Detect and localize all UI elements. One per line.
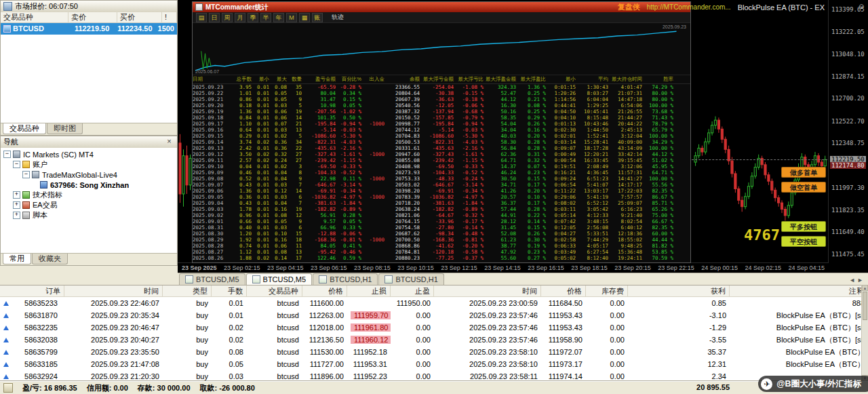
nav-item[interactable]: −TradeMaxGlobal-Live4 (1, 170, 177, 180)
expand-icon[interactable]: + (13, 201, 20, 209)
price-axis[interactable]: 113399.65113222.05113048.10112874.151127… (828, 0, 868, 263)
chart-tab-1[interactable]: BTCUSD,M5 (246, 273, 313, 285)
stats-row[interactable]: 2025.08.271.120.010.0813-95.42-0.46 %207… (193, 249, 690, 255)
orders-col-header[interactable]: 手数 (212, 285, 247, 296)
nav-item[interactable]: 637966: Song Xinzhan (1, 180, 177, 190)
stats-row[interactable]: 2025.09.180.840.010.0614101.350.50 %2015… (193, 115, 690, 121)
trade-button-1[interactable]: 做空首单 (781, 182, 826, 193)
orders-col-header[interactable]: 价格 (302, 285, 347, 296)
stats-row[interactable]: 2025.09.070.430.010.037-646.67-3.14 %205… (193, 182, 690, 188)
order-row[interactable]: 586318702025.09.23 20:35:34buy0.01btcusd… (0, 309, 868, 321)
nav-item[interactable]: +EA交易 (1, 200, 177, 210)
collapse-icon[interactable]: − (13, 161, 20, 168)
nav-item[interactable]: +脚本 (1, 210, 177, 220)
orders-col-header[interactable]: 获利 (628, 285, 730, 296)
stats-window-titlebar[interactable]: MTCommander统计 (193, 2, 690, 12)
stats-toolbar-icon[interactable]: 账 (312, 13, 323, 22)
stats-row[interactable]: 2025.09.020.960.010.081256.910.28 %20821… (193, 212, 690, 218)
stats-toolbar-icon[interactable]: 月 (235, 13, 245, 22)
navigator-tab-1[interactable]: 收藏夹 (32, 254, 68, 264)
nav-item[interactable]: +技术指标 (1, 190, 177, 200)
symbol-cell[interactable]: BTCUSD (1, 23, 66, 35)
stats-row[interactable]: 2025.09.100.040.010.023-69.50-0.33 %2040… (193, 163, 690, 170)
orders-col-header[interactable]: 止盈 (391, 285, 434, 296)
close-icon[interactable]: × (164, 137, 174, 147)
order-row[interactable]: 586352332025.09.23 22:46:07buy0.01btcusd… (0, 297, 868, 309)
stats-toolbar-icon[interactable]: 日 (209, 13, 220, 22)
market-watch-row-btcusd[interactable]: BTCUSD 112219.50 112234.50 1500 (1, 23, 177, 35)
chart-tab-3[interactable]: BTCUSD,H1 (378, 273, 443, 285)
collapse-icon[interactable]: − (3, 151, 11, 158)
orders-col-header[interactable]: 订单 (0, 285, 64, 296)
stats-row[interactable]: 2025.09.150.290.010.025-1086.60-5.30 %20… (193, 133, 690, 139)
mw-col-header[interactable]: ! (162, 12, 177, 22)
orders-col-header[interactable]: 库存费 (586, 285, 628, 296)
stats-row[interactable]: 2025.08.280.740.010.061184.050.41 %20868… (193, 243, 690, 249)
tab-scroll-arrows[interactable]: ◄► (849, 277, 865, 283)
ea-smiley-icon[interactable]: ☺ (858, 2, 865, 10)
chart-area[interactable]: 113399.65113222.05113048.10112874.151127… (178, 0, 868, 273)
stats-track-label[interactable]: 轨迹 (332, 13, 344, 22)
stats-row[interactable]: 2025.09.160.640.010.0313-5.14-0.03 %2074… (193, 127, 690, 133)
nav-item[interactable]: −账户 (1, 159, 177, 170)
orders-column-headers[interactable]: 订单时间类型手数交易品种价格止损止盈时间价格库存费获利注释 (0, 285, 868, 297)
orders-col-header[interactable]: 止损 (347, 285, 391, 296)
orders-col-header[interactable]: 价格 (541, 285, 586, 296)
stats-row[interactable]: 2025.09.171.100.010.0721-195.84-0.94 %-1… (193, 121, 690, 127)
mw-col-header[interactable]: 买价 (117, 12, 162, 22)
stats-row[interactable]: 2025.09.221.010.010.051080.040.34 %20804… (193, 90, 690, 96)
stats-row[interactable]: 2025.09.132.420.010.3622-435.63-2.16 %20… (193, 145, 690, 151)
stats-row[interactable]: 2025.09.200.180.010.03510.980.05 %20540.… (193, 102, 690, 109)
scrollbar-thumb[interactable] (863, 292, 867, 320)
chart-tab-0[interactable]: BTCUSD,M5 (179, 273, 245, 285)
stats-row[interactable]: 2025.09.050.360.010.036-1036.82-4.97 %-1… (193, 194, 690, 200)
stats-row[interactable]: 2025.09.210.860.010.05931.470.15 %20607.… (193, 96, 690, 102)
market-watch-tab-1[interactable]: 即时图 (47, 123, 83, 134)
stats-row[interactable]: 2025.09.031.780.010.1619-182.82-0.89 %20… (193, 206, 690, 212)
stats-row[interactable]: 2025.09.080.520.010.04922.980.11 %-10002… (193, 176, 690, 182)
trade-button-3[interactable]: 平空按钮 (781, 236, 826, 247)
order-row[interactable]: 586357992025.09.23 23:35:50buy0.08btcusd… (0, 346, 868, 358)
stats-toolbar-icon[interactable]: 周 (222, 13, 233, 22)
trade-button-0[interactable]: 做多首单 (781, 167, 826, 178)
stats-toolbar-icon[interactable]: ▤ (196, 13, 207, 22)
stats-row[interactable]: 2025.09.191.360.010.0619-207.56-1.02 %20… (193, 109, 690, 115)
stats-toolbar-icon[interactable]: ▦ (299, 13, 310, 22)
stats-row[interactable]: 2025.08.310.400.010.03666.960.33 %20754.… (193, 224, 690, 231)
stats-row[interactable]: 2025.08.261.880.020.1417122.460.59 %2088… (193, 255, 690, 261)
order-row[interactable]: 586320382025.09.23 20:40:27buy0.02btcusd… (0, 334, 868, 346)
chart-tab-2[interactable]: BTCUSD,H1 (313, 273, 378, 285)
orders-scrollbar[interactable]: ▲ ▼ (861, 285, 868, 381)
stats-row[interactable]: 2025.09.061.360.010.1214-69.91-0.34 %203… (193, 188, 690, 194)
mtcommander-stats-window[interactable]: MTCommander统计 ▤日周月季半年M▦账 轨迹 2025.06.07 2… (192, 1, 691, 263)
market-watch-tab-0[interactable]: 交易品种 (3, 123, 46, 134)
collapse-icon[interactable]: − (22, 171, 30, 178)
order-row[interactable]: 586322352025.09.23 20:46:47buy0.02btcusd… (0, 321, 868, 334)
stats-row[interactable]: 2025.09.123.500.020.3227-327.43-1.61 %-1… (193, 151, 690, 157)
order-row[interactable]: 586329242025.09.23 21:20:30buy0.03btcusd… (0, 370, 868, 381)
stats-row[interactable]: 2025.08.301.200.010.1015-12.88-0.06 %206… (193, 231, 690, 237)
stats-toolbar-icon[interactable]: M (286, 13, 297, 22)
stats-toolbar-icon[interactable]: 半 (260, 13, 271, 22)
market-watch-column-headers[interactable]: 交易品种卖价买价! (1, 12, 177, 23)
stats-row[interactable]: 2025.09.233.950.010.0835-65.59-0.28 %233… (193, 84, 690, 90)
orders-col-header[interactable]: 时间 (434, 285, 541, 296)
mw-col-header[interactable]: 卖价 (68, 12, 117, 22)
stats-row[interactable]: 2025.09.010.660.010.0599.570.05 %20764.1… (193, 218, 690, 224)
time-axis[interactable]: 23 Sep 202523 Sep 02:1523 Sep 04:1523 Se… (178, 262, 829, 273)
navigator-tab-0[interactable]: 常用 (3, 254, 31, 264)
orders-col-header[interactable]: 交易品种 (247, 285, 302, 296)
stats-row[interactable]: 2025.09.112.570.020.2427-239.42-1.15 %20… (193, 157, 690, 163)
stats-row[interactable]: 2025.09.143.740.020.3634-822.31-4.03 %20… (193, 139, 690, 145)
mw-col-header[interactable]: 交易品种 (1, 12, 68, 22)
expand-icon[interactable]: + (13, 212, 20, 219)
stats-row[interactable]: 2025.09.040.430.010.047-381.63-1.84 %207… (193, 200, 690, 206)
stats-row[interactable]: 2025.09.090.460.010.048-104.33-0.52 %202… (193, 170, 690, 176)
orders-col-header[interactable]: 类型 (163, 285, 212, 296)
orders-col-header[interactable]: 注释 (730, 285, 868, 296)
stats-toolbar-icon[interactable]: 年 (273, 13, 284, 22)
stats-toolbar-icon[interactable]: 季 (248, 13, 258, 22)
expand-icon[interactable]: + (13, 191, 20, 199)
trade-button-2[interactable]: 平多按钮 (781, 221, 826, 232)
scroll-up-icon[interactable]: ▲ (862, 285, 868, 291)
